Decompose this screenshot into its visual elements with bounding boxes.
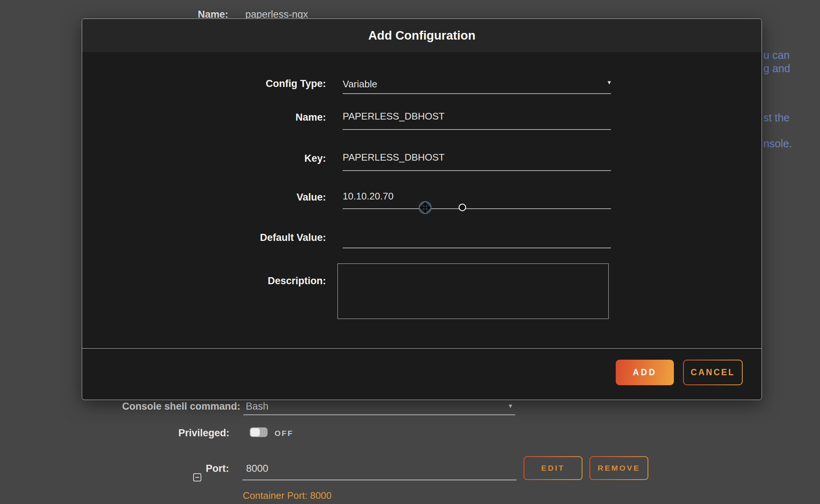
dialog-footer-divider [82,348,762,349]
default-value-field[interactable] [343,231,611,242]
value-underline [343,208,611,209]
name-label: Name: [178,112,326,123]
config-type-label: Config Type: [178,78,326,90]
value-field[interactable] [343,191,611,202]
port-value[interactable]: 8000 [246,463,268,474]
default-value-label: Default Value: [178,232,326,243]
name-underline [343,129,611,130]
dialog-header: Add Configuration [82,19,762,52]
config-type-underline [343,93,611,94]
help-text-fragment: nsole. [763,138,792,150]
remove-button[interactable]: REMOVE [589,456,648,480]
edit-button[interactable]: EDIT [524,456,582,480]
console-shell-label: Console shell command: [122,401,233,412]
config-type-select[interactable]: Variable [343,78,377,90]
help-text-fragment: g and [763,63,790,75]
privileged-label: Privileged: [155,427,229,439]
help-text-fragment: st the [763,112,790,124]
add-button[interactable]: ADD [616,360,674,385]
key-underline [343,170,611,171]
container-port-note: Container Port: 8000 [243,490,332,501]
select-arrow-icon[interactable]: ▼ [508,403,513,409]
default-value-underline [343,248,611,248]
privileged-toggle[interactable] [250,427,268,437]
port-underline [242,480,517,480]
console-shell-select[interactable]: Bash [246,401,269,412]
dialog-title: Add Configuration [82,19,762,52]
drag-handle-circle-icon[interactable] [458,203,467,212]
console-shell-underline [243,414,515,415]
privileged-state: OFF [275,429,293,438]
cancel-button[interactable]: CANCEL [683,360,743,385]
add-configuration-dialog: Add Configuration Config Type: Variable … [82,19,762,400]
value-label: Value: [178,192,326,203]
collapse-minus-icon[interactable] [193,473,201,481]
help-text-fragment: u can [763,49,790,61]
toggle-knob [251,428,260,436]
key-field[interactable] [343,152,611,163]
description-label: Description: [178,275,326,287]
move-cursor-icon [418,201,432,215]
description-field[interactable] [337,263,609,319]
select-arrow-icon[interactable]: ▼ [606,79,612,85]
port-label: Port: [206,463,229,474]
name-field[interactable] [343,111,611,122]
background-page: Name: paperless-ngx u can g and st the n… [0,0,820,19]
key-label: Key: [178,153,326,164]
